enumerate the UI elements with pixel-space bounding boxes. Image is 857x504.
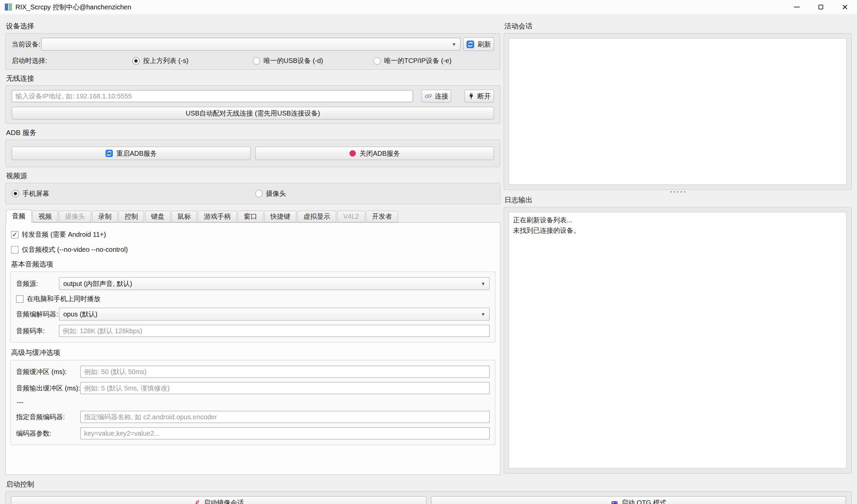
- startup-select-label: 启动时选择:: [12, 56, 132, 65]
- splitter-dot: [680, 191, 682, 192]
- tab-record[interactable]: 录制: [92, 211, 118, 222]
- radio-startup-usb[interactable]: 唯一的USB设备 (-d): [253, 56, 373, 65]
- audio-buffer-input[interactable]: [80, 366, 490, 378]
- tab-keyboard[interactable]: 键盘: [145, 211, 170, 222]
- audio-codec-value: opus (默认): [63, 310, 481, 319]
- radio-camera[interactable]: 摄像头: [255, 189, 494, 198]
- audio-tab-panel: 转发音频 (需要 Android 11+) 仅音频模式 (--no-video …: [5, 222, 500, 475]
- tab-mouse[interactable]: 鼠标: [171, 211, 197, 222]
- client-area: 设备选择 当前设备: ▼ 刷新 启动时选择:: [0, 14, 857, 504]
- rocket-icon: [193, 499, 201, 504]
- splitter-dot: [677, 191, 678, 192]
- audio-encoder-input[interactable]: [80, 411, 490, 423]
- connect-button[interactable]: 连接: [422, 90, 451, 102]
- refresh-icon: [105, 149, 113, 157]
- video-source-section-title: 视频源: [6, 171, 500, 181]
- minimize-button[interactable]: [785, 0, 809, 14]
- audio-output-buffer-input[interactable]: [80, 382, 490, 394]
- tab-audio[interactable]: 音频: [6, 209, 32, 223]
- checkbox-icon: [11, 231, 18, 238]
- splitter-dot: [670, 191, 672, 192]
- chevron-down-icon: ▼: [481, 281, 485, 286]
- current-device-label: 当前设备:: [12, 40, 41, 49]
- basic-audio-group: 音频源: output (内部声音, 默认) ▼ 在电脑和手机上同时播放 音频编…: [11, 272, 495, 342]
- gamepad-icon: [610, 499, 619, 504]
- radio-icon: [132, 57, 140, 65]
- disconnect-button[interactable]: 断开: [465, 90, 494, 102]
- chevron-down-icon: ▼: [481, 312, 485, 317]
- audio-codec-select[interactable]: opus (默认) ▼: [59, 308, 490, 320]
- dual-play-checkbox[interactable]: 在电脑和手机上同时播放: [16, 295, 490, 303]
- splitter-dot: [684, 191, 685, 192]
- checkbox-label: 在电脑和手机上同时播放: [27, 295, 100, 303]
- refresh-device-button[interactable]: 刷新: [463, 37, 494, 51]
- radio-icon: [253, 57, 260, 65]
- audio-source-select[interactable]: output (内部声音, 默认) ▼: [59, 277, 490, 290]
- tab-window[interactable]: 窗口: [238, 211, 263, 222]
- log-output-area[interactable]: 正在刷新设备列表... 未找到已连接的设备。: [509, 212, 846, 469]
- usb-auto-pair-button[interactable]: USB自动配对无线连接 (需先用USB连接设备): [12, 107, 494, 120]
- settings-tab-bar: 音频 视频 摄像头 录制 控制 键盘 鼠标 游戏手柄 窗口 快捷键 虚拟显示 V…: [5, 209, 500, 222]
- restart-adb-button[interactable]: 重启ADB服务: [12, 147, 251, 160]
- wireless-section: 连接 断开 USB自动配对无线连接 (需先用USB连接设备): [5, 85, 500, 124]
- tab-developer[interactable]: 开发者: [366, 211, 398, 222]
- tab-v4l2[interactable]: V4L2: [337, 211, 365, 222]
- app-icon: [5, 3, 12, 11]
- launch-section-title: 启动控制: [6, 480, 851, 489]
- refresh-label: 刷新: [477, 40, 491, 49]
- radio-startup-tcpip[interactable]: 唯一的TCP/IP设备 (-e): [373, 56, 494, 65]
- log-line: 正在刷新设备列表...: [513, 215, 842, 225]
- start-otg-mode-button[interactable]: 启动 OTG 模式: [431, 496, 846, 504]
- connect-label: 连接: [435, 92, 449, 101]
- plug-icon: [468, 93, 474, 99]
- current-device-select[interactable]: ▼: [41, 38, 460, 51]
- stop-icon: [349, 150, 356, 157]
- encoder-params-input[interactable]: [80, 427, 490, 439]
- ip-address-input[interactable]: [12, 90, 413, 102]
- panel-splitter-handle[interactable]: [504, 190, 852, 194]
- log-section-title: 日志输出: [504, 195, 851, 205]
- log-section: 正在刷新设备列表... 未找到已连接的设备。: [504, 207, 852, 473]
- close-button[interactable]: ×: [833, 0, 857, 14]
- tab-virtual-display[interactable]: 虚拟显示: [297, 211, 336, 222]
- checkbox-label: 仅音频模式 (--no-video --no-control): [22, 245, 128, 254]
- radio-icon: [373, 57, 381, 65]
- tab-video[interactable]: 视频: [33, 211, 58, 222]
- disconnect-label: 断开: [477, 92, 491, 101]
- tab-shortcuts[interactable]: 快捷键: [264, 211, 297, 222]
- titlebar: RIX_Scrcpy 控制中心@hanchenzichen ×: [0, 0, 857, 14]
- launch-section: 启动镜像会话 启动 OTG 模式: [5, 491, 852, 504]
- restore-button[interactable]: [809, 0, 833, 14]
- radio-label: 摄像头: [266, 189, 286, 198]
- start-mirror-session-button[interactable]: 启动镜像会话: [11, 496, 426, 504]
- start-otg-mode-label: 启动 OTG 模式: [622, 498, 667, 504]
- audio-encoder-label: 指定音频编码器:: [16, 413, 80, 422]
- device-section-title: 设备选择: [6, 21, 500, 31]
- radio-label: 手机屏幕: [22, 189, 49, 198]
- tab-gamepad[interactable]: 游戏手柄: [198, 211, 237, 222]
- audio-output-buffer-label: 音频输出缓冲区 (ms):: [16, 384, 80, 393]
- active-sessions-list[interactable]: [509, 38, 846, 185]
- wireless-section-title: 无线连接: [6, 74, 500, 83]
- advanced-buffer-group-title: 高级与缓冲选项: [11, 348, 494, 357]
- audio-only-checkbox[interactable]: 仅音频模式 (--no-video --no-control): [11, 245, 494, 254]
- video-source-section: 手机屏幕 摄像头: [5, 183, 500, 204]
- link-icon: [425, 93, 432, 100]
- radio-startup-list[interactable]: 按上方列表 (-s): [132, 56, 253, 65]
- radio-phone-screen[interactable]: 手机屏幕: [12, 189, 255, 198]
- device-section: 当前设备: ▼ 刷新 启动时选择: 按上方列表 (-s): [5, 33, 500, 70]
- sessions-section-title: 活动会话: [504, 21, 851, 31]
- adb-section: 重启ADB服务 关闭ADB服务: [5, 140, 500, 167]
- forward-audio-checkbox[interactable]: 转发音频 (需要 Android 11+): [11, 230, 494, 239]
- radio-label: 唯一的TCP/IP设备 (-e): [384, 56, 451, 65]
- restart-adb-label: 重启ADB服务: [116, 149, 157, 158]
- tab-control[interactable]: 控制: [119, 211, 144, 222]
- audio-source-value: output (内部声音, 默认): [63, 279, 481, 288]
- tab-camera[interactable]: 摄像头: [59, 211, 91, 222]
- stop-adb-button[interactable]: 关闭ADB服务: [255, 147, 494, 160]
- close-icon: ×: [842, 2, 848, 12]
- checkbox-icon: [16, 296, 23, 303]
- checkbox-icon: [11, 246, 18, 253]
- radio-label: 唯一的USB设备 (-d): [264, 56, 323, 65]
- audio-bitrate-input[interactable]: [59, 325, 490, 337]
